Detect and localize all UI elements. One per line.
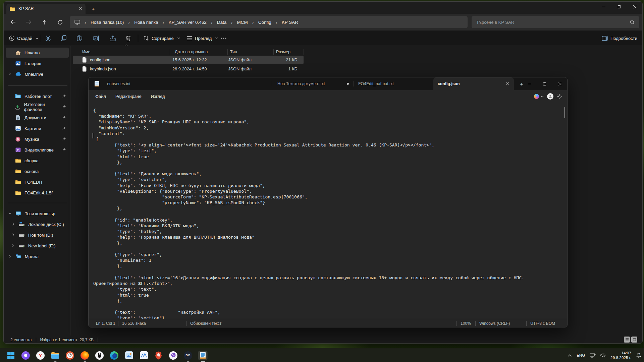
details-view-toggle[interactable] bbox=[624, 337, 630, 343]
search-input[interactable]: Търсене в KP SAR bbox=[472, 16, 639, 28]
notepad-editor[interactable]: { "modName": "KP SAR", "displayName": "K… bbox=[89, 103, 567, 319]
sidebar-item-this-pc[interactable]: Този компютър bbox=[6, 208, 69, 219]
refresh-button[interactable] bbox=[56, 18, 64, 26]
sidebar-item-folder-osnova[interactable]: основа bbox=[6, 166, 69, 176]
taskbar-icon-notepad[interactable] bbox=[198, 351, 207, 360]
sidebar-item-music[interactable]: Музика bbox=[6, 134, 69, 144]
sidebar-item-disk-e[interactable]: New label (E:) bbox=[6, 241, 69, 251]
file-type: JSON файл bbox=[228, 66, 274, 71]
paste-button[interactable] bbox=[77, 31, 82, 46]
menu-edit[interactable]: Редактиране bbox=[111, 94, 146, 99]
chevron-right-icon[interactable] bbox=[8, 72, 12, 76]
file-row-config-json[interactable]: config.json 15.6.2025 г. 12:32 JSON файл… bbox=[73, 56, 304, 64]
chevron-right-icon[interactable] bbox=[12, 233, 15, 237]
menu-view[interactable]: Изглед bbox=[146, 94, 170, 99]
notepad-tab-new-text-doc[interactable]: Нов Текстов документ.txt bbox=[272, 77, 354, 90]
column-header-type[interactable]: Тип bbox=[230, 48, 237, 56]
rename-button[interactable]: A bbox=[93, 31, 99, 46]
icons-view-toggle[interactable] bbox=[631, 337, 637, 343]
sidebar-item-folder-fo4edit-415f[interactable]: FO4Edit 4.1.5f bbox=[6, 188, 69, 198]
breadcrumb-item[interactable]: Нова папка (10) bbox=[91, 20, 124, 25]
sidebar-item-documents[interactable]: Документи bbox=[6, 113, 69, 123]
sidebar-item-folder-fo4edit[interactable]: FO4EDIT bbox=[6, 177, 69, 187]
sidebar-item-gallery[interactable]: Галерия bbox=[6, 58, 69, 68]
address-bar[interactable]: › Нова папка (10) › Нова папка › KP_SAR … bbox=[70, 16, 468, 28]
breadcrumb-item[interactable]: KP SAR bbox=[282, 20, 298, 25]
chevron-right-icon[interactable] bbox=[12, 244, 15, 247]
maximize-button[interactable] bbox=[611, 2, 627, 12]
taskbar-icon-duckduckgo[interactable] bbox=[65, 351, 74, 360]
more-options-button[interactable] bbox=[221, 31, 226, 46]
menu-file[interactable]: Файл bbox=[91, 94, 111, 99]
forward-button[interactable] bbox=[24, 18, 33, 26]
notepad-close-button[interactable] bbox=[552, 79, 567, 89]
taskbar-icon-yandex-browser[interactable]: Y bbox=[36, 351, 45, 360]
details-pane-button[interactable]: Подробности bbox=[602, 31, 637, 46]
taskbar-icon-rabbit-launcher[interactable] bbox=[95, 351, 104, 360]
share-button[interactable] bbox=[110, 31, 116, 46]
chevron-right-icon[interactable] bbox=[12, 223, 15, 226]
scrollbar-thumb[interactable] bbox=[564, 107, 565, 118]
chevron-right-icon[interactable] bbox=[8, 255, 12, 258]
taskbar-icon-firefox[interactable] bbox=[80, 351, 89, 360]
tray-chevron-up-icon[interactable] bbox=[568, 354, 572, 357]
sidebar-item-pictures[interactable]: Картини bbox=[6, 123, 69, 133]
breadcrumb-item[interactable]: Нова папка bbox=[134, 20, 158, 25]
sidebar-item-onedrive[interactable]: OneDrive bbox=[6, 69, 69, 79]
sidebar-item-disk-c[interactable]: Локален диск (C:) bbox=[6, 219, 69, 229]
clock[interactable]: 14:07 29.8.2025 г. bbox=[610, 351, 631, 360]
chevron-down-icon[interactable] bbox=[8, 212, 12, 215]
taskbar-icon-viber[interactable] bbox=[169, 351, 178, 360]
sidebar-item-disk-d[interactable]: Нов том (D:) bbox=[6, 230, 69, 240]
sidebar-item-network[interactable]: Мрежа bbox=[6, 251, 69, 261]
taskbar-icon-task-manager[interactable] bbox=[139, 351, 148, 360]
taskbar-icon-bo-app[interactable]: BO bbox=[183, 351, 193, 360]
column-header-size[interactable]: Размер bbox=[276, 48, 290, 56]
taskbar-icon-brave[interactable] bbox=[154, 351, 163, 360]
network-icon[interactable] bbox=[590, 353, 596, 358]
new-tab-button[interactable]: + bbox=[89, 4, 98, 13]
close-button[interactable] bbox=[627, 2, 642, 12]
new-button[interactable]: Създай bbox=[9, 31, 39, 46]
notepad-minimize-button[interactable] bbox=[522, 79, 537, 89]
breadcrumb-item[interactable]: Config bbox=[258, 20, 271, 25]
sort-button[interactable]: Сортиране bbox=[143, 31, 180, 46]
file-row-keybinds-json[interactable]: keybinds.json 26.9.2024 г. 14:59 JSON фа… bbox=[73, 65, 304, 73]
sidebar-item-videos[interactable]: Видеоклипове bbox=[6, 145, 69, 155]
up-button[interactable] bbox=[41, 18, 49, 26]
language-indicator[interactable]: ENG bbox=[577, 353, 585, 357]
column-header-date[interactable]: Дата на промяна bbox=[175, 48, 208, 56]
tab-close-icon[interactable] bbox=[506, 82, 509, 85]
breadcrumb-item[interactable]: Data bbox=[217, 20, 227, 25]
account-avatar[interactable] bbox=[547, 93, 553, 100]
sidebar-item-folder-sborka[interactable]: сборка bbox=[6, 156, 69, 166]
breadcrumb-item[interactable]: KP_SAR ver 0.462 bbox=[169, 20, 207, 25]
notepad-tab-fo4edit-naf[interactable]: FO4Edit_naf.bat.txt bbox=[354, 77, 433, 90]
notepad-tab-config-json[interactable]: config.json bbox=[433, 77, 514, 90]
taskbar-icon-edge[interactable] bbox=[110, 351, 119, 360]
notepad-tab-enbseries[interactable]: enbseries.ini bbox=[103, 77, 272, 90]
breadcrumb-item[interactable]: MCM bbox=[237, 20, 248, 25]
start-button[interactable] bbox=[6, 351, 15, 360]
delete-button[interactable] bbox=[126, 31, 131, 46]
sidebar-item-home[interactable]: Начало bbox=[6, 48, 69, 58]
minimize-button[interactable] bbox=[596, 2, 611, 12]
notepad-maximize-button[interactable] bbox=[537, 79, 552, 89]
back-button[interactable] bbox=[9, 18, 17, 26]
sidebar-item-desktop[interactable]: Работен плот bbox=[6, 91, 69, 101]
copy-button[interactable] bbox=[61, 31, 66, 46]
taskbar-icon-photos[interactable] bbox=[124, 351, 133, 360]
cut-button[interactable] bbox=[45, 31, 51, 46]
volume-icon[interactable] bbox=[600, 353, 606, 358]
view-button[interactable]: Преглед bbox=[187, 31, 218, 46]
explorer-tab[interactable]: KP SAR bbox=[6, 4, 86, 14]
taskbar-icon-alice[interactable] bbox=[21, 351, 30, 360]
notification-bell-icon[interactable]: z bbox=[636, 353, 641, 358]
tab-close-icon[interactable] bbox=[79, 7, 82, 10]
zoom-level[interactable]: 100% bbox=[461, 321, 475, 326]
settings-gear-icon[interactable] bbox=[557, 94, 562, 99]
sidebar-item-downloads[interactable]: Изтеглени файлове bbox=[6, 102, 69, 112]
copilot-button[interactable] bbox=[534, 94, 544, 99]
column-header-name[interactable]: Име bbox=[82, 48, 91, 56]
taskbar-icon-file-explorer[interactable] bbox=[51, 351, 60, 360]
